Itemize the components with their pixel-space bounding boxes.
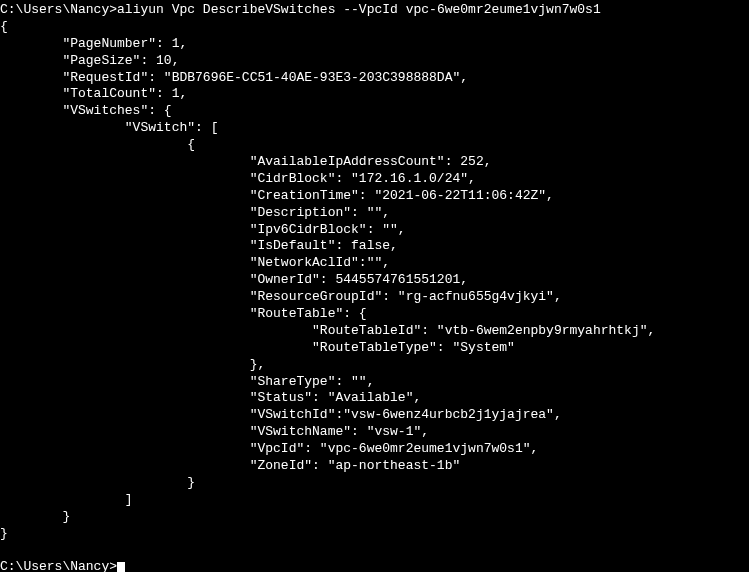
json-line: "NetworkAclId":"", bbox=[0, 255, 390, 270]
json-line: "VpcId": "vpc-6we0mr2eume1vjwn7w0s1", bbox=[0, 441, 538, 456]
json-line: "CreationTime": "2021-06-22T11:06:42Z", bbox=[0, 188, 554, 203]
json-line: }, bbox=[0, 357, 265, 372]
json-line: "CidrBlock": "172.16.1.0/24", bbox=[0, 171, 476, 186]
json-line: "ZoneId": "ap-northeast-1b" bbox=[0, 458, 460, 473]
command-text: aliyun Vpc DescribeVSwitches --VpcId vpc… bbox=[117, 2, 601, 17]
json-line: } bbox=[0, 475, 195, 490]
json-line: "Ipv6CidrBlock": "", bbox=[0, 222, 406, 237]
json-line: "RouteTable": { bbox=[0, 306, 367, 321]
json-line: "AvailableIpAddressCount": 252, bbox=[0, 154, 491, 169]
json-line: "VSwitchName": "vsw-1", bbox=[0, 424, 429, 439]
json-line: "OwnerId": 5445574761551201, bbox=[0, 272, 468, 287]
prompt-path: C:\Users\Nancy> bbox=[0, 2, 117, 17]
json-line: "Description": "", bbox=[0, 205, 390, 220]
prompt-path: C:\Users\Nancy> bbox=[0, 559, 117, 572]
json-line: "TotalCount": 1, bbox=[0, 86, 187, 101]
terminal-output[interactable]: C:\Users\Nancy>aliyun Vpc DescribeVSwitc… bbox=[0, 0, 749, 572]
json-line: "ShareType": "", bbox=[0, 374, 374, 389]
json-line: "IsDefault": false, bbox=[0, 238, 398, 253]
json-line: { bbox=[0, 137, 195, 152]
json-line: "Status": "Available", bbox=[0, 390, 421, 405]
json-line: "ResourceGroupId": "rg-acfnu655g4vjkyi", bbox=[0, 289, 562, 304]
json-line: "RouteTableType": "System" bbox=[0, 340, 515, 355]
json-line: ] bbox=[0, 492, 133, 507]
json-line: "VSwitch": [ bbox=[0, 120, 218, 135]
json-line: "PageSize": 10, bbox=[0, 53, 179, 68]
json-line: } bbox=[0, 509, 70, 524]
json-line: "VSwitches": { bbox=[0, 103, 172, 118]
cursor[interactable] bbox=[117, 562, 125, 572]
json-line: { bbox=[0, 19, 8, 34]
json-line: "RequestId": "BDB7696E-CC51-40AE-93E3-20… bbox=[0, 70, 468, 85]
json-line: "PageNumber": 1, bbox=[0, 36, 187, 51]
json-line: "VSwitchId":"vsw-6wenz4urbcb2j1yjajrea", bbox=[0, 407, 562, 422]
json-line: } bbox=[0, 526, 8, 541]
json-line: "RouteTableId": "vtb-6wem2enpby9rmyahrht… bbox=[0, 323, 655, 338]
